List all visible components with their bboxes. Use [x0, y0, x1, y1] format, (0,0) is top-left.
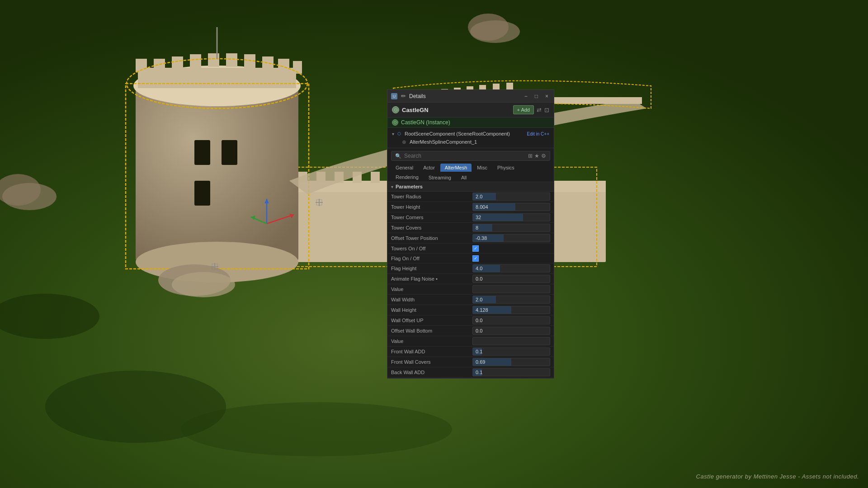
- object-name: CastleGN: [402, 107, 429, 113]
- prop-slider-wall-width[interactable]: 2.0: [472, 296, 550, 304]
- prop-value-area-animate-flag[interactable]: 0.0: [472, 275, 550, 283]
- tab-streaming[interactable]: Streaming: [424, 174, 456, 182]
- prop-offset-tower-position: Offset Tower Position -0.38: [387, 233, 554, 244]
- tab-all[interactable]: All: [457, 174, 471, 182]
- panel-controls: − □ ×: [523, 93, 550, 100]
- svg-rect-25: [262, 56, 274, 70]
- tab-bar: General Actor AlterMesh Misc Physics Ren…: [387, 163, 554, 182]
- object-name-left: ⬡ CastleGN: [392, 106, 429, 113]
- prop-text-offset-wall-bottom: 0.0: [473, 328, 485, 333]
- close-button[interactable]: ×: [543, 93, 550, 100]
- grid-view-icon[interactable]: ⊞: [528, 153, 533, 159]
- prop-empty-1[interactable]: [472, 285, 550, 293]
- svg-rect-26: [278, 59, 289, 72]
- prop-slider-offset-tower[interactable]: -0.38: [472, 234, 550, 242]
- prop-slider-front-wall-add[interactable]: 0.1: [472, 347, 550, 356]
- instance-icon: ⬡: [392, 119, 398, 126]
- prop-label-flag-height: Flag Height: [391, 266, 472, 271]
- prop-value-area-wall-offset-up[interactable]: 0.0: [472, 316, 550, 324]
- prop-label-value-2: Value: [391, 338, 472, 344]
- prop-slider-wall-offset-up[interactable]: 0.0: [472, 316, 550, 324]
- svg-rect-31: [222, 140, 237, 165]
- prop-value-area-value-2[interactable]: [472, 337, 550, 345]
- prop-tower-height: Tower Height 8.004: [387, 202, 554, 212]
- prop-slider-wall-height[interactable]: 4.128: [472, 306, 550, 314]
- prop-checkbox-towers-on-off[interactable]: [472, 245, 479, 252]
- prop-label-tower-radius: Tower Radius: [391, 194, 472, 199]
- prop-value-area-wall-height[interactable]: 4.128: [472, 306, 550, 314]
- star-icon[interactable]: ★: [534, 153, 539, 159]
- maximize-button[interactable]: □: [533, 93, 540, 100]
- prop-slider-flag-height[interactable]: 4.0: [472, 264, 550, 272]
- tab-actor[interactable]: Actor: [419, 164, 439, 172]
- prop-checkbox-flag-on-off[interactable]: [472, 255, 479, 262]
- svg-rect-21: [190, 54, 201, 68]
- spline-component-icon: ◎: [401, 139, 407, 145]
- panel-titlebar: U ✏ Details − □ ×: [387, 90, 554, 103]
- svg-rect-19: [154, 59, 165, 72]
- tab-altermesh[interactable]: AlterMesh: [440, 164, 472, 172]
- prop-text-wall-offset-up: 0.0: [473, 318, 485, 323]
- tab-physics[interactable]: Physics: [493, 164, 519, 172]
- prop-value-area-offset-wall-bottom[interactable]: 0.0: [472, 327, 550, 335]
- search-bar[interactable]: 🔍 ⊞ ★ ⚙: [391, 151, 550, 161]
- tab-misc[interactable]: Misc: [472, 164, 492, 172]
- prop-value-area-flag-height[interactable]: 4.0: [472, 264, 550, 272]
- prop-tower-covers: Tower Covers 8: [387, 223, 554, 233]
- pencil-icon: ✏: [400, 93, 406, 99]
- prop-value-area-offset-tower[interactable]: -0.38: [472, 234, 550, 242]
- object-type-icon: ⬡: [392, 106, 399, 113]
- search-input[interactable]: [404, 153, 525, 159]
- panel-title-left: U ✏ Details: [391, 93, 426, 99]
- prop-back-wall-covers: Back Wall Covers 0.69: [387, 378, 554, 378]
- object-action-icon-1[interactable]: ⇄: [537, 105, 542, 114]
- prop-slider-tower-height[interactable]: 8.004: [472, 203, 550, 211]
- prop-value-area-front-wall-covers[interactable]: 0.69: [472, 358, 550, 366]
- root-component-label: RootSceneComponent (SceneRootComponent): [405, 131, 510, 136]
- prop-value-area-tower-height[interactable]: 8.004: [472, 203, 550, 211]
- prop-value-area-tower-corners[interactable]: 32: [472, 213, 550, 221]
- prop-value-area-tower-radius[interactable]: 2.0: [472, 192, 550, 201]
- prop-value-area-towers-on-off[interactable]: [472, 245, 550, 252]
- prop-slider-front-wall-covers[interactable]: 0.69: [472, 358, 550, 366]
- prop-slider-animate-flag[interactable]: 0.0: [472, 275, 550, 283]
- prop-value-area-front-wall-add[interactable]: 0.1: [472, 347, 550, 356]
- parameters-section-header[interactable]: ▾ Parameters: [387, 182, 554, 192]
- edit-cpp-link[interactable]: Edit in C++: [527, 131, 549, 136]
- svg-rect-23: [226, 53, 237, 67]
- prop-slider-tower-covers[interactable]: 8: [472, 224, 550, 232]
- prop-value-area-wall-width[interactable]: 2.0: [472, 296, 550, 304]
- prop-wall-offset-up: Wall Offset UP 0.0: [387, 315, 554, 326]
- prop-slider-back-wall-add[interactable]: 0.1: [472, 368, 550, 376]
- prop-value-area-tower-covers[interactable]: 8: [472, 224, 550, 232]
- object-action-icon-2[interactable]: ⊡: [544, 105, 549, 114]
- tab-rendering[interactable]: Rendering: [391, 173, 423, 182]
- tab-general[interactable]: General: [391, 164, 418, 172]
- component-tree: ▾ ⬡ RootSceneComponent (SceneRootCompone…: [387, 128, 554, 148]
- prop-text-wall-height: 4.128: [473, 307, 491, 313]
- prop-slider-tower-radius[interactable]: 2.0: [472, 192, 550, 201]
- prop-tower-corners: Tower Corners 32: [387, 212, 554, 223]
- spline-component-label: AlterMeshSplineComponent_1: [410, 139, 477, 145]
- prop-front-wall-covers: Front Wall Covers 0.69: [387, 357, 554, 367]
- component-row-root: ▾ ⬡ RootSceneComponent (SceneRootCompone…: [392, 130, 549, 138]
- prop-back-wall-add: Back Wall ADD 0.1: [387, 367, 554, 378]
- prop-text-front-wall-covers: 0.69: [473, 359, 488, 365]
- prop-value-area-back-wall-add[interactable]: 0.1: [472, 368, 550, 376]
- properties-area[interactable]: ▾ Parameters Tower Radius 2.0 Tower Heig…: [387, 182, 554, 378]
- prop-text-animate-flag: 0.0: [473, 276, 485, 282]
- add-button[interactable]: + Add: [513, 105, 534, 114]
- prop-label-wall-height: Wall Height: [391, 307, 472, 313]
- prop-tower-radius: Tower Radius 2.0: [387, 192, 554, 202]
- prop-value-area-value-1[interactable]: [472, 285, 550, 293]
- settings-icon[interactable]: ⚙: [541, 153, 546, 159]
- panel-title: Details: [409, 93, 426, 99]
- svg-point-43: [470, 20, 520, 43]
- prop-slider-offset-wall-bottom[interactable]: 0.0: [472, 327, 550, 335]
- prop-value-area-flag-on-off[interactable]: [472, 255, 550, 262]
- minimize-button[interactable]: −: [523, 93, 529, 100]
- prop-flag-on-off: Flag On / Off: [387, 253, 554, 263]
- prop-empty-2[interactable]: [472, 337, 550, 345]
- prop-slider-tower-corners[interactable]: 32: [472, 213, 550, 221]
- prop-animate-flag-noise: Animate Flag Noise • 0.0: [387, 274, 554, 284]
